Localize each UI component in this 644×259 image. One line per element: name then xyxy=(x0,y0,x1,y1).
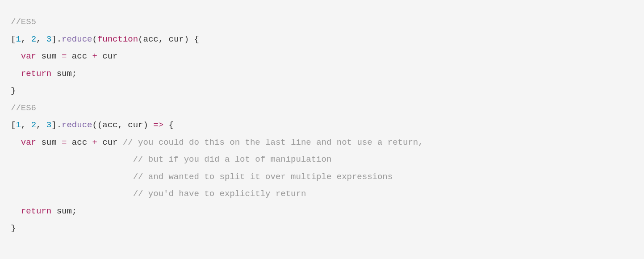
code-token: function xyxy=(97,34,138,44)
code-token: 2 xyxy=(31,34,36,44)
code-token: sum; xyxy=(51,69,77,79)
code-token: var xyxy=(21,138,36,147)
code-token: 1 xyxy=(16,120,21,130)
code-token: return xyxy=(21,206,51,216)
code-token xyxy=(11,206,21,216)
code-token: ( xyxy=(92,34,97,44)
code-token: sum xyxy=(36,51,62,61)
code-token: // you could do this on the last line an… xyxy=(123,138,423,147)
code-token: } xyxy=(11,223,16,233)
code-token: , xyxy=(36,120,46,130)
code-token: var xyxy=(21,51,36,61)
code-token: reduce xyxy=(62,34,92,44)
code-token: , xyxy=(21,120,31,130)
code-token: sum xyxy=(36,138,62,147)
code-token: acc xyxy=(67,51,92,61)
code-token: // but if you did a lot of manipulation xyxy=(133,155,332,164)
code-token: + xyxy=(92,51,97,61)
code-token: //ES5 xyxy=(11,17,36,27)
code-token: return xyxy=(21,69,51,79)
code-token: [ xyxy=(11,120,16,130)
code-token: // you'd have to explicitly return xyxy=(133,189,306,199)
code-token: [ xyxy=(11,34,16,44)
code-token xyxy=(11,69,21,79)
code-token: 1 xyxy=(16,34,21,44)
code-token xyxy=(11,51,21,61)
code-token: 3 xyxy=(46,120,51,130)
code-token: } xyxy=(11,86,16,96)
code-token: ]. xyxy=(51,34,62,44)
code-token: cur xyxy=(97,51,118,61)
code-token: //ES6 xyxy=(11,103,36,113)
code-token xyxy=(11,138,21,147)
code-token: , xyxy=(21,34,31,44)
code-token: = xyxy=(62,138,67,147)
code-token: sum; xyxy=(51,206,77,216)
code-token: + xyxy=(92,138,97,147)
code-token: = xyxy=(62,51,67,61)
code-token xyxy=(11,155,133,164)
code-token: cur xyxy=(97,138,123,147)
code-token: acc xyxy=(67,138,92,147)
code-token xyxy=(11,189,133,199)
code-token: ]. xyxy=(51,120,62,130)
code-token: (acc, cur) { xyxy=(138,34,199,44)
code-token: ((acc, cur) xyxy=(92,120,153,130)
code-token: // and wanted to split it over multiple … xyxy=(133,172,393,182)
code-token: { xyxy=(163,120,174,130)
code-token xyxy=(11,172,133,182)
code-token: reduce xyxy=(62,120,92,130)
code-token: 2 xyxy=(31,120,36,130)
code-token: , xyxy=(36,34,46,44)
code-token: => xyxy=(153,120,163,130)
code-block: //ES5 [1, 2, 3].reduce(function(acc, cur… xyxy=(0,0,644,248)
code-token: 3 xyxy=(46,34,51,44)
